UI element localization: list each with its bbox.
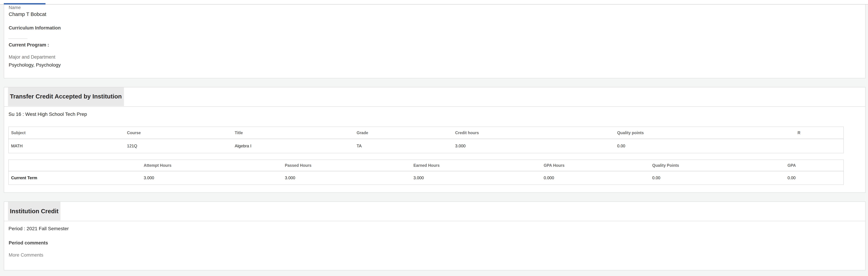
cell-course: 121Q bbox=[125, 139, 232, 153]
period-comments-label: Period comments bbox=[9, 240, 48, 246]
summary-header-row: Attempt Hours Passed Hours Earned Hours … bbox=[8, 160, 843, 171]
cell-passed-hours: 3.000 bbox=[282, 171, 411, 184]
col-header-subject: Subject bbox=[8, 127, 125, 139]
col-header-quality-points: Quality Points bbox=[650, 160, 785, 171]
period-label: Period : 2021 Fall Semester bbox=[8, 225, 69, 232]
transfer-courses-table: Subject Course Title Grade Credit hours … bbox=[8, 127, 844, 153]
courses-header-row: Subject Course Title Grade Credit hours … bbox=[8, 127, 843, 139]
institution-credit-header: Institution Credit bbox=[4, 202, 865, 221]
col-header-title: Title bbox=[232, 127, 354, 139]
transfer-credit-card: Transfer Credit Accepted by Institution … bbox=[4, 87, 866, 193]
transfer-summary-table: Attempt Hours Passed Hours Earned Hours … bbox=[8, 159, 844, 185]
student-info-card: Name Champ T Bobcat Curriculum Informati… bbox=[4, 4, 866, 78]
cell-grade: TA bbox=[354, 139, 453, 153]
col-header-attempt-hours: Attempt Hours bbox=[141, 160, 282, 171]
col-header-credit-hours: Credit hours bbox=[453, 127, 615, 139]
col-header-course: Course bbox=[125, 127, 232, 139]
col-header-grade: Grade bbox=[354, 127, 453, 139]
name-label: Name bbox=[9, 5, 21, 10]
col-header-empty bbox=[8, 160, 141, 171]
transfer-credit-title: Transfer Credit Accepted by Institution bbox=[8, 87, 124, 106]
curriculum-information-title: Curriculum Information bbox=[9, 25, 61, 31]
cell-row-label: Current Term bbox=[8, 171, 141, 184]
cell-r bbox=[795, 139, 843, 153]
active-tab-indicator[interactable] bbox=[4, 3, 45, 4]
course-row: MATH 121Q Algebra I TA 3.000 0.00 bbox=[8, 139, 843, 153]
transcript-page: Name Champ T Bobcat Curriculum Informati… bbox=[0, 0, 868, 276]
institution-credit-card: Institution Credit Period : 2021 Fall Se… bbox=[4, 202, 866, 271]
current-program-label: Current Program : bbox=[9, 42, 49, 48]
cell-gpa: 0.00 bbox=[785, 171, 843, 184]
col-header-passed-hours: Passed Hours bbox=[282, 160, 411, 171]
cell-quality-points: 0.00 bbox=[650, 171, 785, 184]
cell-earned-hours: 3.000 bbox=[411, 171, 541, 184]
col-header-r: R bbox=[795, 127, 843, 139]
cell-subject: MATH bbox=[8, 139, 125, 153]
col-header-gpa: GPA bbox=[785, 160, 843, 171]
institution-credit-title: Institution Credit bbox=[8, 202, 61, 220]
cell-credit-hours: 3.000 bbox=[453, 139, 615, 153]
tab-bar bbox=[0, 0, 868, 4]
major-department-value: Psychology, Psychology bbox=[9, 62, 61, 68]
cell-title: Algebra I bbox=[232, 139, 354, 153]
cell-attempt-hours: 3.000 bbox=[141, 171, 282, 184]
col-header-earned-hours: Earned Hours bbox=[411, 160, 541, 171]
major-department-label: Major and Department bbox=[9, 54, 55, 60]
cell-gpa-hours: 0.000 bbox=[541, 171, 650, 184]
more-comments-link[interactable]: More Comments bbox=[9, 252, 43, 258]
cell-quality-points: 0.00 bbox=[615, 139, 795, 153]
transfer-term-heading: Su 16 : West High School Tech Prep bbox=[8, 111, 87, 117]
transfer-credit-header: Transfer Credit Accepted by Institution bbox=[4, 87, 865, 107]
curriculum-divider bbox=[8, 38, 27, 39]
summary-row-current-term: Current Term 3.000 3.000 3.000 0.000 0.0… bbox=[8, 171, 843, 184]
name-value: Champ T Bobcat bbox=[9, 11, 46, 17]
col-header-gpa-hours: GPA Hours bbox=[541, 160, 650, 171]
col-header-quality-points: Quality points bbox=[615, 127, 795, 139]
